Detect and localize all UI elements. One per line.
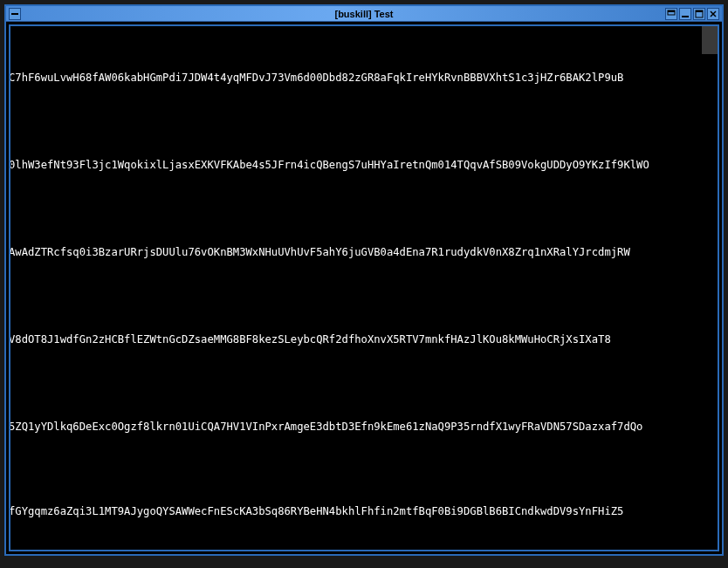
titlebar-right-controls — [664, 8, 722, 20]
titlebar-left-controls — [6, 8, 22, 20]
output-line: 5ZQ1yYDlkq6DeExc0Ogzf8lkrn01UiCQA7HV1VIn… — [10, 421, 642, 433]
text-output[interactable]: C7hF6wuLvwH68fAW06kabHGmPdi7JDW4t4yqMFDv… — [10, 26, 718, 550]
svg-rect-3 — [682, 16, 689, 17]
maximize-button[interactable] — [693, 8, 705, 20]
output-line: AwAdZTRcfsq0i3BzarURrjsDUUlu76vOKnBM3WxN… — [10, 246, 630, 258]
app-window: [buskill] Test C7hF6wuLvwH68fAW06kabHGmP… — [4, 4, 724, 556]
titlebar[interactable]: [buskill] Test — [6, 6, 722, 22]
minimize-button[interactable] — [679, 8, 691, 20]
close-button[interactable] — [707, 8, 719, 20]
shade-button[interactable] — [665, 8, 677, 20]
output-line: 0lhW3efNt93Fl3jc1WqokixlLjasxEXKVFKAbe4s… — [10, 159, 649, 171]
output-line: C7hF6wuLvwH68fAW06kabHGmPdi7JDW4t4yqMFDv… — [10, 72, 623, 84]
content-area[interactable]: C7hF6wuLvwH68fAW06kabHGmPdi7JDW4t4yqMFDv… — [9, 24, 719, 551]
svg-rect-0 — [11, 13, 18, 15]
output-line: V8dOT8J1wdfGn2zHCBflEZWtnGcDZsaeMMG8BF8k… — [10, 333, 611, 346]
output-line: fGYgqmz6aZqi3L1MT9AJygoQYSAWWecFnEScKA3b… — [10, 505, 623, 517]
svg-rect-5 — [696, 10, 703, 12]
svg-rect-2 — [668, 10, 675, 12]
window-menu-button[interactable] — [9, 8, 21, 20]
window-title: [buskill] Test — [6, 9, 722, 19]
